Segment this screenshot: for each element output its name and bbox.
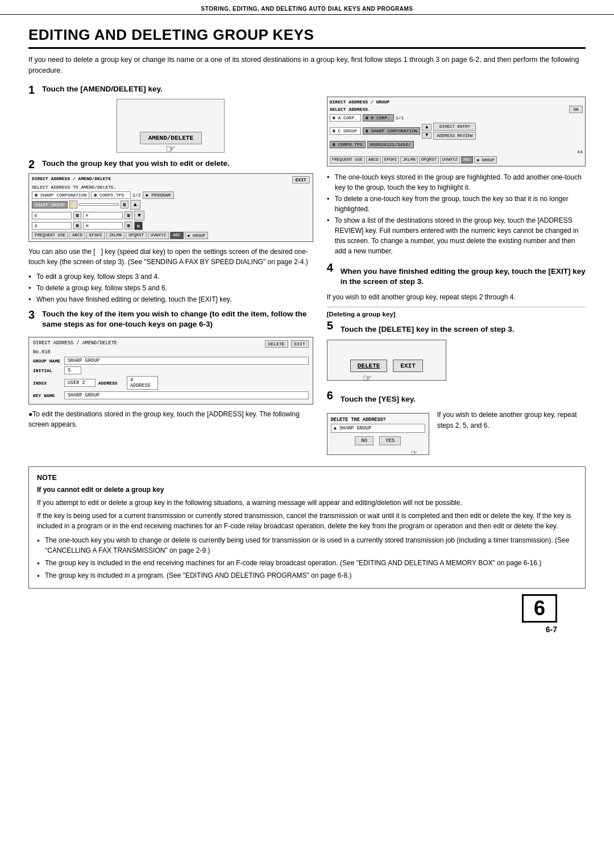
s2-cell-e: E [32, 212, 72, 219]
r-tab-uvwxyz[interactable]: UVWXYZ [440, 156, 460, 164]
s2-tab-efghi[interactable]: EFGHI [86, 232, 105, 239]
s2-icon-folder: 📁 [69, 201, 77, 208]
step-2-bullets: To edit a group key, follow steps 3 and … [28, 272, 313, 304]
note-bullet-3: The group key is included in a program. … [37, 570, 577, 581]
chapter-title: EDITING AND DELETING GROUP KEYS [28, 26, 586, 49]
r-cell-phone-num: 066620121/3456/ [367, 141, 414, 148]
delete-exit-screen: DELETE EXIT ☞ [327, 340, 446, 381]
exit-btn[interactable]: EXIT [393, 360, 422, 372]
r-tab-abcd[interactable]: ABCD [366, 156, 381, 164]
s2-cell-sharp-group[interactable]: SHARP GROUP [32, 201, 68, 208]
r-tab-abc[interactable]: ABC [461, 156, 474, 164]
s3-address-label: ADDRESS [98, 381, 124, 386]
r-cell-corpo-tps[interactable]: ☎ CORPO.TPS [330, 141, 366, 148]
s2-tab-group[interactable]: ◆ GROUP [185, 232, 209, 239]
yn-yes-btn[interactable]: YES [379, 436, 401, 445]
r-cell-sharp-corp[interactable]: ☎ SHARP CORPORATION [363, 127, 420, 135]
s2-sub-header: SELECT ADDRESS TO AMEND/DELETE. [32, 185, 310, 190]
r-hash4: #4 [330, 149, 583, 155]
step-5: 5 Touch the [DELETE] key in the screen o… [327, 320, 586, 381]
s2-tab-jklmn[interactable]: JKLMN [106, 232, 125, 239]
yn-question: DELETE THE ADDRESS? [331, 417, 425, 423]
s2-cell-f: F [83, 212, 123, 219]
r-up-btn[interactable]: ▲ [422, 124, 432, 131]
step-2-num: 2 [28, 158, 39, 170]
s3-index-val: USER 2 [64, 379, 96, 387]
s3-group-name-val: SHARP GROUP [64, 357, 309, 365]
page-num: 6-7 [546, 625, 557, 634]
step-4-title: When you have finished editing the group… [341, 266, 586, 288]
step-2: 2 Touch the group key that you wish to e… [28, 158, 313, 304]
r-tab-efghi[interactable]: EFGHI [382, 156, 400, 164]
amend-delete-illustration: AMEND/DELETE ☞ [117, 99, 225, 153]
yn-no-btn[interactable]: NO [355, 436, 374, 445]
r-down-btn[interactable]: ▼ [422, 132, 432, 139]
step-5-num: 5 [327, 320, 337, 331]
s2-tab-opqrst[interactable]: OPQRST [126, 232, 147, 239]
section-divider [327, 307, 586, 307]
r-address-review-btn[interactable]: ADDRESS REVIEW [433, 132, 476, 140]
r-direct-entry-btn[interactable]: DIRECT ENTRY [433, 123, 476, 131]
r-phone-4: ☎ [333, 142, 335, 147]
step-1-title: Touch the [AMEND/DELETE] key. [42, 84, 163, 95]
s2-tab-freq[interactable]: FREQUENT USE [32, 232, 68, 239]
step-6-body: If you wish to delete another group key,… [437, 410, 586, 431]
s2-phone-icon2: ☎ [94, 193, 97, 198]
s2-icon-phone5: ☎ [73, 222, 81, 229]
s2-page-num: 1/2 [132, 193, 140, 198]
page-bottom: 6 6-7 [28, 594, 586, 640]
step-3: 3 Touch the key of the item you wish to … [28, 309, 313, 430]
step-4-num: 4 [327, 262, 337, 273]
note-title: NOTE [37, 473, 577, 483]
s2-tab-abcd[interactable]: ABCD [69, 232, 85, 239]
step-6-num: 6 [327, 390, 337, 401]
step-2-bullet-2: To delete a group key, follow steps 5 an… [28, 283, 313, 293]
finger-icon: ☞ [165, 142, 176, 156]
step-2-title: Touch the group key that you wish to edi… [42, 158, 230, 169]
delete-btn[interactable]: DELETE [350, 360, 388, 372]
s3-delete-btn[interactable]: DELETE [265, 340, 288, 348]
r-tab-group[interactable]: ◆ GROUP [474, 156, 497, 164]
s2-program-btn[interactable]: ▶ PROGRAM [143, 191, 174, 199]
note-body1: If you attempt to edit or delete a group… [37, 498, 577, 508]
r-cell-a-corp: ☎ A CORP. [330, 114, 361, 122]
left-column: 1 Touch the [AMEND/DELETE] key. AMEND/DE… [28, 84, 313, 459]
s3-header-left: DIRECT ADDRESS / AMEND/DELETE [33, 340, 117, 348]
s3-sub: No.010 [33, 349, 309, 355]
s3-exit-btn[interactable]: EXIT [291, 340, 309, 348]
r-screen-header-left: DIRECT ADDRESS / GROUP [330, 99, 390, 105]
s2-icon-phone: ☎ [121, 201, 128, 208]
s2-exit-btn[interactable]: EXIT [292, 176, 310, 183]
step-2-screen: DIRECT ADDRESS / AMEND/DELETE EXIT SELEC… [28, 173, 313, 242]
s2-cell-sharp: ☎ SHARP CORPORATION [32, 191, 89, 199]
delete-finger-icon: ☞ [363, 372, 372, 385]
note-subtitle: If you cannot edit or delete a group key [37, 485, 577, 495]
s2-icon-phone6: ☎ [125, 222, 132, 229]
s2-icon-speed: ▤ [134, 222, 143, 230]
s2-cell-corpo: ☎ CORPO.TPS [91, 191, 131, 199]
s2-up-btn[interactable]: ▲ [130, 200, 140, 210]
r-cell-c-group: ☎ C GROUP [330, 127, 361, 135]
r-tab-opqrst[interactable]: OPQRST [419, 156, 439, 164]
right-col-bullets: The one-touch keys stored in the group a… [327, 172, 586, 256]
s2-down-btn[interactable]: ▼ [134, 211, 144, 220]
s2-tab-uvwxyz[interactable]: UVWXYZ [148, 232, 169, 239]
page-header: STORING, EDITING, AND DELETING AUTO DIAL… [0, 0, 614, 15]
r-screen-ok-btn[interactable]: OK [569, 106, 583, 113]
s2-header-left: DIRECT ADDRESS / AMEND/DELETE [32, 176, 111, 183]
r-tab-jklmn[interactable]: JKLMN [400, 156, 418, 164]
deleting-label: [Deleting a group key] [327, 311, 586, 318]
s3-index-label: INDEX [33, 381, 61, 386]
r-tab-freq[interactable]: FREQUENT USE [330, 156, 365, 164]
header-title: STORING, EDITING, AND DELETING AUTO DIAL… [201, 6, 413, 12]
step-3-body: ●To edit the destinations stored in the … [28, 409, 313, 429]
r-phone-1: ☎ [333, 115, 335, 120]
r-cell-b-corp[interactable]: ☎ B CORP. [363, 114, 394, 122]
step-3-screen: DIRECT ADDRESS / AMEND/DELETE DELETE EXI… [28, 337, 313, 404]
s2-icon-phone4: ☎ [125, 211, 132, 219]
step-2-body: You can also use the [ ] key (speed dial… [28, 247, 313, 267]
note-body2: If the key is being used for a current t… [37, 511, 577, 532]
right-bullet-2: To delete a one-touch key from the group… [327, 194, 586, 214]
s2-tab-abc[interactable]: ABC [170, 232, 184, 239]
s3-initial-label: INITIAL [33, 368, 61, 373]
